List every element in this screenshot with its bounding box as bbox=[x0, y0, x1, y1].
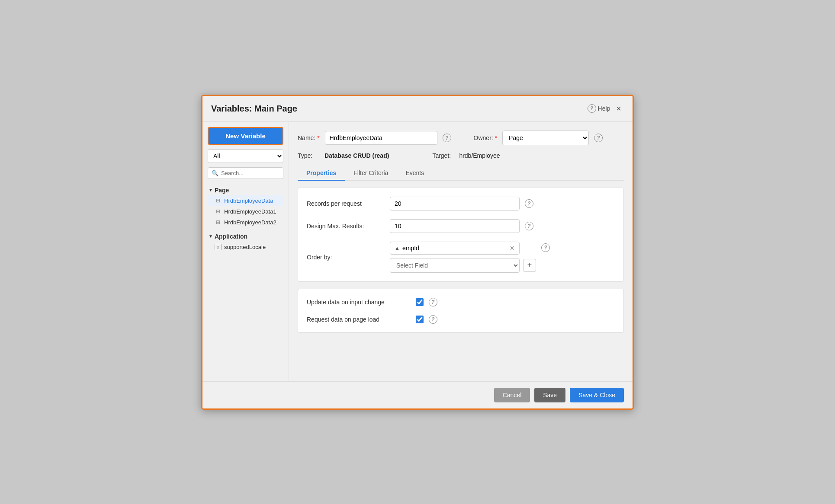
add-field-button[interactable]: + bbox=[523, 259, 536, 272]
order-tag-close-button[interactable]: ✕ bbox=[510, 245, 515, 252]
tab-events[interactable]: Events bbox=[397, 166, 433, 181]
sidebar-item-label-3: supportedLocale bbox=[224, 244, 266, 250]
type-value: Database CRUD (read) bbox=[324, 152, 389, 159]
db-icon-1: ⊟ bbox=[215, 208, 222, 214]
select-field-row: Select Field + bbox=[390, 258, 536, 273]
page-group-arrow: ▼ bbox=[209, 188, 213, 192]
app-group-label: Application bbox=[215, 233, 247, 240]
page-group-label: Page bbox=[215, 187, 229, 194]
sidebar-item-label-2: HrdbEmployeeData2 bbox=[224, 219, 276, 226]
var-icon-0: x bbox=[215, 244, 222, 250]
owner-help-icon: ? bbox=[594, 134, 603, 142]
design-max-input[interactable] bbox=[390, 219, 520, 233]
dialog-header: Variables: Main Page ? Help × bbox=[202, 96, 633, 122]
update-data-row: Update data on input change ? bbox=[307, 298, 615, 306]
order-by-tag-row: ▲ empId ✕ bbox=[390, 242, 536, 255]
name-label: Name: * bbox=[298, 134, 320, 141]
tab-filter-criteria[interactable]: Filter Criteria bbox=[345, 166, 397, 181]
sidebar-item-hrdbemployeedata[interactable]: ⊟ HrdbEmployeeData bbox=[208, 195, 283, 206]
checkboxes-panel: Update data on input change ? Request da… bbox=[298, 289, 624, 333]
sidebar-item-supportedlocale[interactable]: x supportedLocale bbox=[208, 242, 283, 252]
header-actions: ? Help × bbox=[588, 103, 624, 115]
db-icon-2: ⊟ bbox=[215, 219, 222, 225]
order-tag-label: empId bbox=[402, 245, 507, 252]
sidebar-item-label-1: HrdbEmployeeData1 bbox=[224, 208, 276, 215]
help-icon: ? bbox=[588, 104, 596, 113]
dialog-body: New Variable All 🔍 ▼ Page ⊟ HrdbEmployee… bbox=[202, 122, 633, 381]
save-close-button[interactable]: Save & Close bbox=[570, 388, 624, 402]
request-data-row: Request data on page load ? bbox=[307, 315, 615, 324]
target-label: Target: bbox=[432, 152, 454, 159]
dialog-footer: Cancel Save Save & Close bbox=[202, 381, 633, 408]
sidebar-item-label-0: HrdbEmployeeData bbox=[224, 198, 273, 204]
help-label: Help bbox=[598, 105, 610, 112]
order-by-label: Order by: bbox=[307, 254, 385, 261]
sidebar-tree: ▼ Page ⊟ HrdbEmployeeData ⊟ HrdbEmployee… bbox=[208, 185, 283, 252]
search-input[interactable] bbox=[221, 170, 279, 176]
save-button[interactable]: Save bbox=[534, 388, 565, 402]
owner-required: * bbox=[495, 134, 497, 141]
target-value: hrdb/Employee bbox=[459, 152, 500, 159]
tab-properties[interactable]: Properties bbox=[298, 166, 345, 181]
dialog-title: Variables: Main Page bbox=[211, 104, 297, 114]
name-input[interactable] bbox=[325, 131, 437, 145]
order-by-help-icon: ? bbox=[541, 243, 550, 252]
app-group[interactable]: ▼ Application bbox=[208, 231, 283, 242]
filter-select[interactable]: All bbox=[208, 149, 283, 163]
close-button[interactable]: × bbox=[613, 103, 624, 115]
design-max-row: Design Max. Results: ? bbox=[307, 219, 615, 233]
tabs-bar: Properties Filter Criteria Events bbox=[298, 166, 624, 181]
name-owner-row: Name: * ? Owner: * Page Application ? bbox=[298, 131, 624, 145]
owner-label: Owner: * bbox=[474, 134, 497, 141]
records-help-icon: ? bbox=[525, 199, 533, 208]
design-max-help-icon: ? bbox=[525, 222, 533, 230]
sidebar-item-hrdbemployeedata1[interactable]: ⊟ HrdbEmployeeData1 bbox=[208, 206, 283, 217]
sidebar-item-hrdbemployeedata2[interactable]: ⊟ HrdbEmployeeData2 bbox=[208, 217, 283, 228]
search-icon: 🔍 bbox=[212, 170, 218, 176]
update-data-label: Update data on input change bbox=[307, 299, 411, 306]
update-data-help-icon: ? bbox=[429, 298, 437, 306]
records-input[interactable] bbox=[390, 197, 520, 211]
properties-panel: Records per request ? Design Max. Result… bbox=[298, 188, 624, 282]
main-content: Name: * ? Owner: * Page Application ? bbox=[289, 122, 633, 381]
new-variable-button[interactable]: New Variable bbox=[208, 127, 283, 145]
order-tag: ▲ empId ✕ bbox=[390, 242, 520, 255]
search-box: 🔍 bbox=[208, 167, 283, 179]
cancel-button[interactable]: Cancel bbox=[494, 388, 530, 402]
order-by-row: Order by: ▲ empId ✕ Select Field bbox=[307, 242, 615, 273]
db-icon-0: ⊟ bbox=[215, 198, 222, 204]
app-group-arrow: ▼ bbox=[209, 234, 213, 239]
records-row: Records per request ? bbox=[307, 197, 615, 211]
name-help-icon: ? bbox=[443, 134, 451, 142]
order-by-section: ▲ empId ✕ Select Field + bbox=[390, 242, 536, 273]
sidebar: New Variable All 🔍 ▼ Page ⊟ HrdbEmployee… bbox=[202, 122, 289, 381]
request-data-help-icon: ? bbox=[429, 315, 437, 324]
name-required: * bbox=[317, 134, 319, 141]
update-data-checkbox[interactable] bbox=[416, 298, 424, 306]
help-button[interactable]: ? Help bbox=[588, 104, 610, 113]
design-max-label: Design Max. Results: bbox=[307, 223, 385, 230]
page-group[interactable]: ▼ Page bbox=[208, 185, 283, 195]
type-target-row: Type: Database CRUD (read) Target: hrdb/… bbox=[298, 152, 624, 159]
request-data-label: Request data on page load bbox=[307, 316, 411, 323]
request-data-checkbox[interactable] bbox=[416, 316, 424, 323]
records-label: Records per request bbox=[307, 200, 385, 207]
sort-asc-icon: ▲ bbox=[395, 245, 400, 251]
owner-select[interactable]: Page Application bbox=[502, 131, 589, 145]
select-field-dropdown[interactable]: Select Field bbox=[390, 258, 520, 273]
variables-dialog: Variables: Main Page ? Help × New Variab… bbox=[201, 95, 634, 410]
type-label: Type: bbox=[298, 152, 319, 159]
